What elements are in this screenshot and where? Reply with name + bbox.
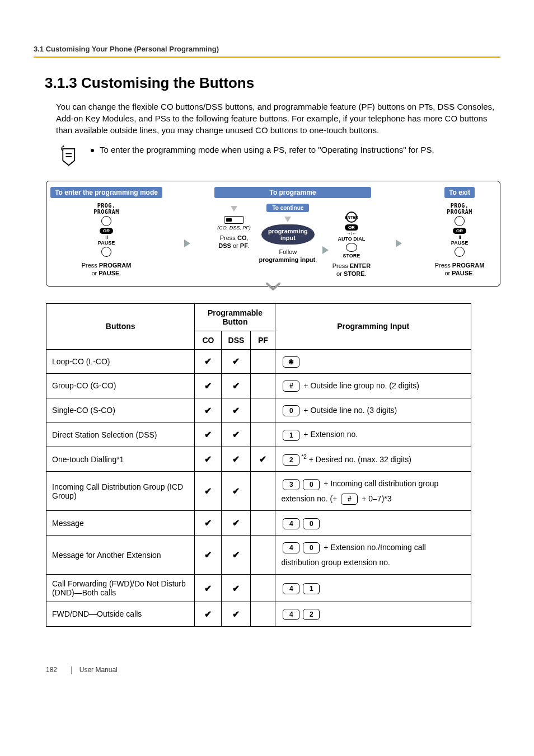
- programming-input-cell: 40: [275, 511, 471, 536]
- co-cell: ✔: [195, 422, 222, 447]
- programming-input-cell: 1 + Extension no.: [275, 422, 471, 447]
- pf-cell: ✔: [251, 447, 275, 471]
- co-button-icon: [224, 216, 244, 224]
- co-cell: ✔: [195, 398, 222, 422]
- flow-diagram: To enter the programming mode PROG.PROGR…: [46, 181, 500, 287]
- check-icon: ✔: [232, 430, 240, 439]
- check-icon: ✔: [204, 381, 212, 391]
- flow-enter-caption: Press PROGRAMor PAUSE.: [82, 261, 132, 278]
- pause-button-icon: [455, 247, 465, 257]
- arrow-right-icon: [396, 240, 402, 247]
- button-name-cell: Message: [46, 511, 195, 536]
- dss-cell: ✔: [222, 374, 251, 398]
- button-name-cell: Direct Station Selection (DSS): [46, 422, 195, 447]
- key-icon: 0: [303, 542, 320, 553]
- check-icon: ✔: [204, 430, 212, 439]
- check-icon: ✔: [232, 486, 240, 496]
- button-name-cell: Single-CO (S-CO): [46, 398, 195, 422]
- flow-tail-icon: [266, 283, 280, 293]
- button-name-cell: Group-CO (G-CO): [46, 374, 195, 398]
- button-name-cell: Call Forwarding (FWD)/Do Not Disturb (DN…: [46, 575, 195, 602]
- pause-button-icon: [101, 247, 111, 257]
- check-icon: ✔: [232, 356, 240, 366]
- co-cell: ✔: [195, 472, 222, 511]
- pf-cell: [251, 422, 275, 447]
- co-cell: ✔: [195, 447, 222, 471]
- co-cell: ✔: [195, 511, 222, 536]
- flow-continue-header: To continue: [266, 204, 309, 212]
- table-row: Incoming Call Distribution Group (ICD Gr…: [46, 472, 471, 511]
- bullet-icon: [91, 149, 94, 152]
- table-row: Loop-CO (L-CO)✔✔✱: [46, 349, 471, 374]
- dss-cell: ✔: [222, 511, 251, 536]
- table-row: Single-CO (S-CO)✔✔0 + Outside line no. (…: [46, 398, 471, 422]
- key-icon: 4: [283, 583, 299, 594]
- key-icon: 4: [283, 609, 299, 620]
- key-icon: 2: [283, 454, 299, 466]
- flow-co-caption: Press CO,DSS or PF.: [218, 234, 250, 250]
- check-icon: ✔: [232, 454, 240, 464]
- table-row: Message for Another Extension✔✔40 + Exte…: [46, 536, 471, 575]
- check-icon: ✔: [232, 550, 240, 560]
- co-cell: ✔: [195, 374, 222, 398]
- programming-input-pill: programminginput: [261, 224, 315, 245]
- table-row: FWD/DND—Outside calls✔✔42: [46, 602, 471, 627]
- check-icon: ✔: [204, 550, 212, 560]
- pf-cell: [251, 349, 275, 374]
- check-icon: ✔: [204, 518, 212, 528]
- program-button-icon: [101, 216, 111, 226]
- th-buttons: Buttons: [46, 303, 195, 349]
- svg-point-2: [63, 145, 64, 147]
- key-icon: 2: [303, 609, 320, 620]
- dss-cell: ✔: [222, 472, 251, 511]
- dss-cell: ✔: [222, 422, 251, 447]
- table-row: Message✔✔40: [46, 511, 471, 536]
- intro-paragraph: You can change the flexible CO buttons/D…: [56, 101, 500, 136]
- co-cell: ✔: [195, 536, 222, 575]
- check-icon: ✔: [204, 356, 212, 366]
- check-icon: ✔: [259, 454, 266, 464]
- flow-follow-caption: Followprogramming input.: [259, 248, 317, 264]
- pf-cell: [251, 374, 275, 398]
- footer-title: User Manual: [79, 666, 118, 674]
- dss-cell: ✔: [222, 575, 251, 602]
- breadcrumb: 3.1 Customising Your Phone (Personal Pro…: [34, 45, 500, 58]
- key-icon: #: [283, 381, 299, 392]
- check-icon: ✔: [232, 406, 240, 415]
- key-icon: 1: [283, 430, 299, 441]
- check-icon: ✔: [232, 609, 240, 619]
- programming-input-cell: 30 + Incoming call distribution group ex…: [275, 472, 471, 511]
- section-heading: 3.1.3 Customising the Buttons: [34, 74, 500, 92]
- co-cell: ✔: [195, 349, 222, 374]
- flow-prog-header: To programme: [214, 187, 371, 198]
- pf-cell: [251, 575, 275, 602]
- key-icon: 0: [283, 405, 299, 416]
- enter-button-icon: ENTER: [346, 212, 357, 223]
- dss-cell: ✔: [222, 602, 251, 627]
- check-icon: ✔: [232, 584, 240, 593]
- th-dss: DSS: [222, 331, 251, 349]
- dss-cell: ✔: [222, 536, 251, 575]
- dss-cell: ✔: [222, 349, 251, 374]
- programming-input-cell: # + Outside line group no. (2 digits): [275, 374, 471, 398]
- note-block: To enter the programming mode when using…: [56, 144, 500, 170]
- arrow-right-icon: [322, 246, 329, 254]
- check-icon: ✔: [204, 454, 212, 464]
- button-name-cell: Message for Another Extension: [46, 536, 195, 575]
- th-co: CO: [195, 331, 222, 349]
- button-name-cell: Incoming Call Distribution Group (ICD Gr…: [46, 472, 195, 511]
- th-programmable: Programmable Button: [195, 303, 275, 331]
- th-pf: PF: [251, 331, 275, 349]
- arrow-right-icon: [184, 240, 190, 247]
- pf-cell: [251, 472, 275, 511]
- pf-cell: [251, 511, 275, 536]
- check-icon: ✔: [204, 406, 212, 415]
- flow-exit-caption: Press PROGRAMor PAUSE.: [435, 261, 485, 278]
- flow-store-caption: Press ENTERor STORE.: [332, 262, 371, 278]
- programming-input-cell: 40 + Extension no./Incoming call distrib…: [275, 536, 471, 575]
- pf-cell: [251, 536, 275, 575]
- flow-enter-header: To enter the programming mode: [50, 187, 162, 198]
- programming-input-cell: 41: [275, 575, 471, 602]
- check-icon: ✔: [232, 518, 240, 528]
- page-number: 182: [46, 666, 57, 674]
